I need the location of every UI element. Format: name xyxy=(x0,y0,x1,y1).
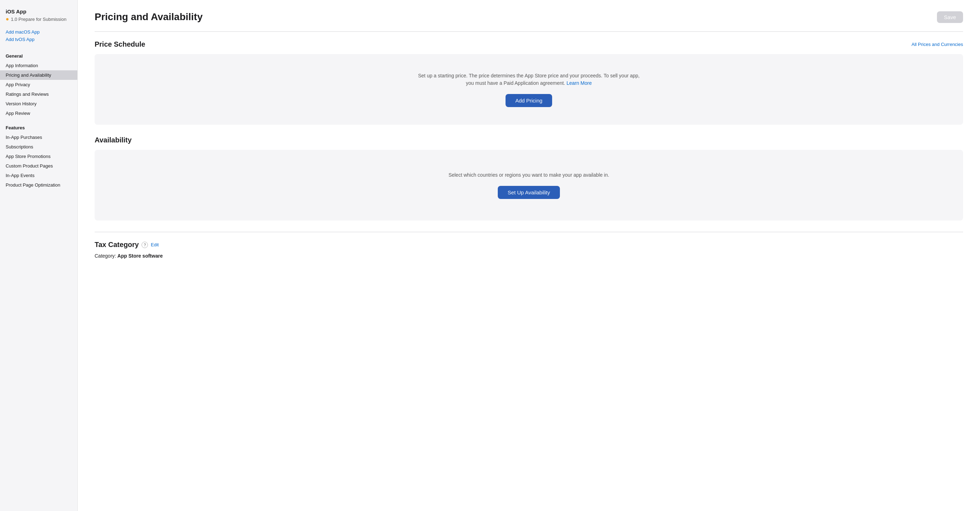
app-title: iOS App xyxy=(6,8,72,14)
app-version: ● 1.0 Prepare for Submission xyxy=(6,16,72,22)
tax-category-title: Tax Category xyxy=(95,241,139,249)
sidebar: iOS App ● 1.0 Prepare for Submission Add… xyxy=(0,0,78,511)
price-schedule-title: Price Schedule xyxy=(95,40,145,48)
main-content: Pricing and Availability Save Price Sche… xyxy=(78,0,980,511)
add-macos-link[interactable]: Add macOS App xyxy=(6,29,72,35)
availability-title: Availability xyxy=(95,136,132,144)
version-status-icon: ● xyxy=(6,16,9,22)
price-schedule-section: Price Schedule All Prices and Currencies… xyxy=(95,40,963,125)
sidebar-section-general: General App Information Pricing and Avai… xyxy=(0,52,77,118)
save-button[interactable]: Save xyxy=(937,11,963,23)
availability-section: Availability Select which countries or r… xyxy=(95,136,963,220)
tax-category-section: Tax Category ? Edit Category: App Store … xyxy=(95,241,963,259)
sidebar-item-app-privacy[interactable]: App Privacy xyxy=(0,80,77,89)
page-title: Pricing and Availability xyxy=(95,11,203,22)
sidebar-section-features: Features In-App Purchases Subscriptions … xyxy=(0,124,77,190)
learn-more-link[interactable]: Learn More xyxy=(566,80,592,86)
tax-category-header: Tax Category ? Edit xyxy=(95,241,963,249)
sidebar-item-app-store-promotions[interactable]: App Store Promotions xyxy=(0,152,77,161)
sidebar-item-product-page-optimization[interactable]: Product Page Optimization xyxy=(0,180,77,190)
tax-category-row: Category: App Store software xyxy=(95,253,963,259)
sidebar-item-app-review[interactable]: App Review xyxy=(0,109,77,118)
availability-box: Select which countries or regions you wa… xyxy=(95,150,963,220)
header-divider xyxy=(95,32,963,32)
sidebar-item-custom-product-pages[interactable]: Custom Product Pages xyxy=(0,161,77,171)
page-header: Pricing and Availability Save xyxy=(95,11,963,23)
sidebar-item-pricing-availability[interactable]: Pricing and Availability xyxy=(0,70,77,80)
sidebar-item-ratings-reviews[interactable]: Ratings and Reviews xyxy=(0,89,77,99)
price-schedule-description: Set up a starting price. The price deter… xyxy=(416,72,642,87)
add-pricing-button[interactable]: Add Pricing xyxy=(506,94,552,107)
version-label: 1.0 Prepare for Submission xyxy=(11,17,67,22)
sidebar-item-in-app-events[interactable]: In-App Events xyxy=(0,171,77,180)
sidebar-item-subscriptions[interactable]: Subscriptions xyxy=(0,142,77,152)
sidebar-section-features-title: Features xyxy=(0,124,77,133)
availability-divider xyxy=(95,232,963,232)
availability-description: Select which countries or regions you wa… xyxy=(449,171,609,179)
price-schedule-box: Set up a starting price. The price deter… xyxy=(95,54,963,125)
sidebar-quick-links: Add macOS App Add tvOS App xyxy=(0,25,77,46)
tax-category-label: Category: xyxy=(95,253,116,259)
tax-help-icon[interactable]: ? xyxy=(142,242,148,248)
tax-category-value: App Store software xyxy=(118,253,163,259)
tax-edit-link[interactable]: Edit xyxy=(151,242,159,248)
sidebar-item-app-information[interactable]: App Information xyxy=(0,61,77,70)
all-prices-currencies-link[interactable]: All Prices and Currencies xyxy=(912,42,963,47)
sidebar-item-version-history[interactable]: Version History xyxy=(0,99,77,109)
add-tvos-link[interactable]: Add tvOS App xyxy=(6,37,72,42)
availability-header: Availability xyxy=(95,136,963,144)
price-schedule-header: Price Schedule All Prices and Currencies xyxy=(95,40,963,48)
sidebar-header: iOS App ● 1.0 Prepare for Submission xyxy=(0,8,77,25)
sidebar-item-in-app-purchases[interactable]: In-App Purchases xyxy=(0,133,77,142)
sidebar-section-general-title: General xyxy=(0,52,77,61)
set-up-availability-button[interactable]: Set Up Availability xyxy=(498,186,560,199)
